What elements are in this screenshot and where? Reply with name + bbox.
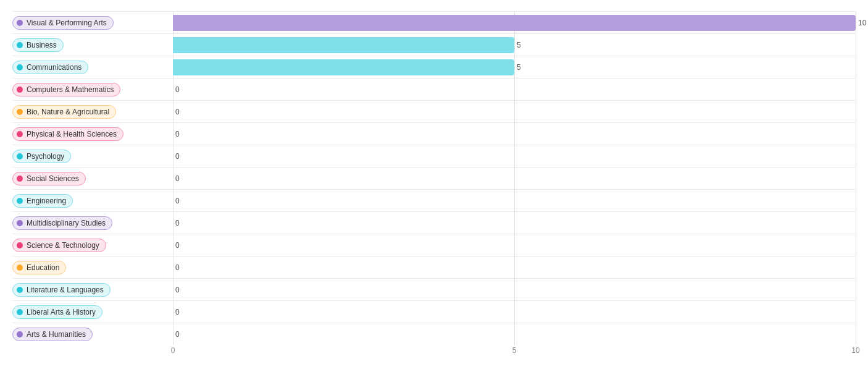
pill-dot-icon [17,20,23,26]
bar-value: 0 [175,197,180,205]
bar-value: 0 [175,286,180,294]
bar-row: Multidisciplinary Studies0 [12,211,856,234]
bar-label-text: Business [27,41,57,49]
pill-dot-icon [17,153,23,159]
bar-label: Liberal Arts & History [12,305,173,319]
bar-row: Social Sciences0 [12,167,856,189]
bar-label-text: Bio, Nature & Agricultural [27,108,109,116]
bar-value: 0 [175,85,180,94]
bar-label: Business [12,38,173,52]
bar-label-text: Visual & Performing Arts [27,19,107,27]
pill-dot-icon [17,87,23,93]
x-label-0: 0 [171,346,175,355]
bar-row: Psychology0 [12,145,856,167]
bar-section: 0 [173,279,856,300]
bar-label-text: Liberal Arts & History [27,308,96,316]
bar-value: 5 [514,63,521,72]
bar-row: Science & Technology0 [12,234,856,256]
bar-value: 5 [514,41,521,49]
bar-section: 5 [173,56,856,78]
bar-section: 0 [173,167,856,189]
bar-section: 0 [173,234,856,256]
bar-label: Science & Technology [12,239,173,252]
bar-value: 0 [175,263,180,272]
bar-label: Engineering [12,194,173,208]
bar-label: Computers & Mathematics [12,83,173,96]
bar-row: Visual & Performing Arts10 [12,11,856,33]
bar-label: Visual & Performing Arts [12,16,173,30]
bar-section: 10 [173,12,856,33]
bar-label: Multidisciplinary Studies [12,216,173,230]
bar-section: 0 [173,301,856,323]
bar-value: 0 [175,152,180,161]
bar-section: 0 [173,190,856,211]
bar-section: 0 [173,123,856,145]
bar-section: 0 [173,101,856,122]
pill-dot-icon [17,109,23,115]
bar-label-text: Communications [27,63,81,72]
bar-fill [173,37,514,53]
bar-label: Education [12,261,173,274]
chart-container: Visual & Performing Arts10Business5Commu… [12,11,856,361]
bar-label-text: Physical & Health Sciences [27,130,117,138]
bar-fill [173,59,514,75]
bar-row: Physical & Health Sciences0 [12,122,856,145]
pill-dot-icon [17,287,23,293]
bar-label-text: Engineering [27,197,66,205]
pill-dot-icon [17,309,23,315]
pill-dot-icon [17,220,23,226]
bar-section: 0 [173,78,856,100]
pill-dot-icon [17,176,23,182]
bar-section: 5 [173,34,856,56]
pill-dot-icon [17,198,23,204]
bar-label: Bio, Nature & Agricultural [12,105,173,119]
bar-section: 0 [173,212,856,234]
bar-value: 0 [175,108,180,116]
bar-label: Social Sciences [12,172,173,185]
bar-fill [173,15,856,31]
bar-chart: Visual & Performing Arts10Business5Commu… [12,11,856,345]
bar-label-text: Social Sciences [27,174,79,183]
pill-dot-icon [17,265,23,271]
bar-row: Literature & Languages0 [12,278,856,300]
bar-value: 0 [175,308,180,316]
x-label-5: 5 [512,346,517,355]
bar-section: 0 [173,145,856,167]
x-axis: 0 5 10 [12,346,856,361]
pill-dot-icon [17,331,23,337]
bar-label: Psychology [12,150,173,163]
bar-label-text: Literature & Languages [27,286,104,294]
pill-dot-icon [17,64,23,70]
bar-value: 0 [175,330,180,339]
bar-label: Physical & Health Sciences [12,127,173,141]
bar-value: 0 [175,219,180,227]
bar-value: 0 [175,241,180,250]
bar-value: 0 [175,130,180,138]
bar-label: Communications [12,61,173,74]
pill-dot-icon [17,42,23,48]
bar-value: 10 [856,19,866,27]
bar-label-text: Science & Technology [27,241,99,250]
bar-row: Computers & Mathematics0 [12,78,856,100]
bar-label: Literature & Languages [12,283,173,297]
bar-section: 0 [173,323,856,345]
bar-label-text: Computers & Mathematics [27,85,114,94]
bar-label-text: Psychology [27,152,64,161]
x-label-10: 10 [851,346,859,355]
pill-dot-icon [17,242,23,248]
bar-row: Arts & Humanities0 [12,323,856,345]
bar-row: Business5 [12,33,856,56]
bar-row: Engineering0 [12,189,856,211]
bar-row: Communications5 [12,56,856,78]
bar-row: Bio, Nature & Agricultural0 [12,100,856,122]
bar-row: Liberal Arts & History0 [12,300,856,323]
pill-dot-icon [17,131,23,137]
bar-label-text: Arts & Humanities [27,330,86,339]
bar-row: Education0 [12,256,856,278]
bar-section: 0 [173,256,856,278]
bar-label-text: Education [27,263,59,272]
bar-label-text: Multidisciplinary Studies [27,219,106,227]
bar-value: 0 [175,174,180,183]
bar-label: Arts & Humanities [12,328,173,341]
